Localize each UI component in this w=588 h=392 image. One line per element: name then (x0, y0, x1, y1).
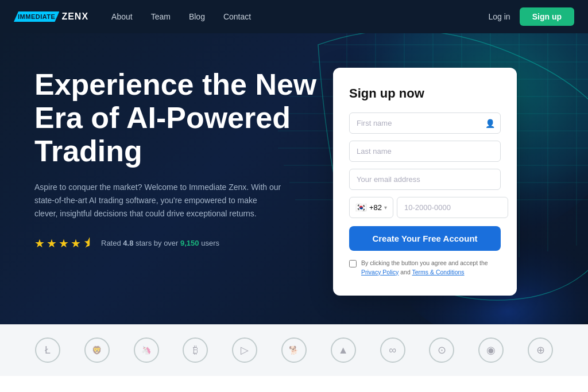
hero-section: Experience the New Era of AI-Powered Tra… (0, 33, 588, 324)
crypto-bar: Ł 🦁 🦄 ₿ ▷ 🐕 ▲ ∞ ⊙ ◉ ⊕ (0, 324, 588, 376)
last-name-group (349, 141, 501, 162)
nav-links: About Team Blog Contact (111, 12, 488, 21)
consent-text: By clicking the button you agree and acc… (361, 259, 501, 277)
person-icon: 👤 (485, 119, 495, 128)
bitcoin-icon: ₿ (183, 337, 208, 363)
privacy-policy-link[interactable]: Privacy Policy (361, 269, 399, 275)
phone-country-selector[interactable]: 🇰🇷 +82 ▾ (349, 197, 393, 218)
hero-rating: ★ ★ ★ ★ ⯨ Rated 4.8 stars by over 9,150 … (34, 236, 333, 250)
first-name-input[interactable] (349, 112, 501, 134)
email-group (349, 169, 501, 190)
nav-team[interactable]: Team (151, 12, 171, 21)
navbar: IMMEDIATE ZENX About Team Blog Contact L… (0, 0, 588, 33)
arweave-icon: ▲ (331, 337, 356, 363)
nav-contact[interactable]: Contact (223, 12, 251, 21)
star-2: ★ (47, 236, 57, 250)
chainlink-icon: ∞ (380, 337, 405, 363)
email-input[interactable] (349, 169, 501, 190)
country-code: +82 (369, 203, 382, 212)
crypto-11: ⊕ (528, 337, 553, 363)
phone-number-input[interactable] (397, 197, 508, 218)
nav-right: Log in Sign up (489, 7, 574, 26)
terms-link[interactable]: Terms & Conditions (412, 269, 465, 275)
crypto-3: 🦄 (134, 337, 159, 363)
doge-icon: 🐕 (281, 337, 307, 363)
star-rating: ★ ★ ★ ★ ⯨ (34, 236, 94, 250)
crypto-icon-9: ⊙ (429, 337, 454, 363)
rating-text: Rated 4.8 stars by over 9,150 users (101, 239, 219, 247)
hero-title: Experience the New Era of AI-Powered Tra… (34, 68, 333, 168)
crypto-chainlink: ∞ (380, 337, 405, 363)
consent-row: By clicking the button you agree and acc… (349, 259, 501, 277)
form-title: Sign up now (349, 86, 501, 101)
first-name-group: 👤 (349, 112, 501, 134)
crypto-tron: ▷ (232, 337, 257, 363)
hero-left: Experience the New Era of AI-Powered Tra… (34, 62, 333, 250)
country-flag: 🇰🇷 (355, 202, 367, 213)
phone-row: 🇰🇷 +82 ▾ (349, 197, 501, 218)
last-name-input[interactable] (349, 141, 501, 162)
crypto-bitcoin: ₿ (183, 337, 208, 363)
crypto-icon-2: 🦁 (84, 337, 110, 363)
rating-count: 9,150 (180, 239, 199, 247)
crypto-icon-11: ⊕ (528, 337, 553, 363)
crypto-arweave: ▲ (331, 337, 356, 363)
consent-checkbox[interactable] (349, 260, 357, 267)
star-5: ⯨ (83, 236, 94, 250)
nav-about[interactable]: About (111, 12, 133, 21)
login-button[interactable]: Log in (489, 12, 510, 21)
signup-button[interactable]: Sign up (520, 7, 574, 26)
star-1: ★ (34, 236, 45, 250)
nav-blog[interactable]: Blog (189, 12, 205, 21)
create-account-button[interactable]: Create Your Free Account (349, 226, 501, 251)
dropdown-chevron: ▾ (384, 204, 387, 211)
litecoin-icon: Ł (35, 337, 60, 363)
crypto-icon-3: 🦄 (134, 337, 159, 363)
logo-badge: IMMEDIATE (14, 11, 59, 22)
crypto-doge: 🐕 (281, 337, 307, 363)
crypto-litecoin: Ł (35, 337, 60, 363)
hero-subtitle: Aspire to conquer the market? Welcome to… (34, 181, 281, 220)
tron-icon: ▷ (232, 337, 257, 363)
crypto-9: ⊙ (429, 337, 454, 363)
crypto-10: ◉ (478, 337, 504, 363)
crypto-icon-10: ◉ (478, 337, 504, 363)
crypto-2: 🦁 (84, 337, 110, 363)
star-4: ★ (71, 236, 81, 250)
signup-form-card: Sign up now 👤 🇰🇷 +82 ▾ Create Your Free … (333, 68, 517, 296)
logo-name: ZENX (61, 11, 88, 22)
logo: IMMEDIATE ZENX (14, 11, 88, 22)
star-3: ★ (59, 236, 69, 250)
